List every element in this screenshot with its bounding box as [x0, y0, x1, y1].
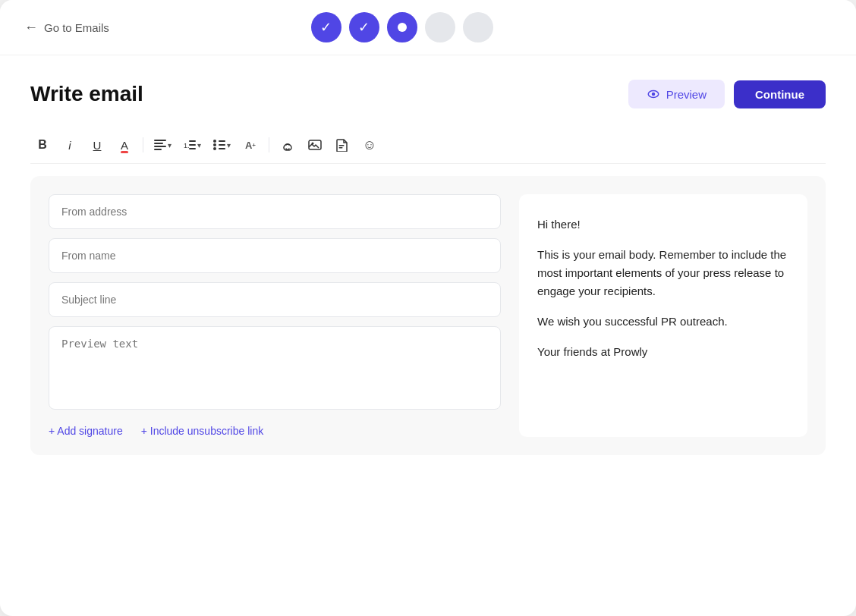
subject-line-input[interactable]	[49, 282, 501, 317]
bullet-list-icon	[213, 140, 225, 150]
header-actions: Preview Continue	[628, 80, 826, 108]
svg-rect-5	[154, 149, 162, 150]
email-closing: We wish you successful PR outreach.	[537, 313, 789, 331]
bold-button[interactable]: B	[30, 133, 55, 157]
main-content: Write email Preview Continue B i U	[0, 55, 856, 616]
step-5	[463, 12, 493, 42]
from-name-input[interactable]	[49, 238, 501, 273]
page-title: Write email	[30, 82, 143, 106]
preview-label: Preview	[666, 88, 707, 101]
email-greeting: Hi there!	[537, 215, 789, 234]
email-signature: Your friends at Prowly	[537, 343, 789, 361]
preview-text-input[interactable]	[49, 326, 501, 410]
step-3-dot	[398, 23, 407, 32]
continue-button[interactable]: Continue	[734, 80, 826, 108]
email-preview-panel: Hi there! This is your email body. Remem…	[519, 194, 807, 437]
link-button[interactable]	[275, 133, 300, 157]
underline-button[interactable]: U	[85, 133, 109, 157]
continue-label: Continue	[755, 88, 804, 101]
content-area: + Add signature + Include unsubscribe li…	[30, 176, 826, 455]
email-body: This is your email body. Remember to inc…	[537, 246, 789, 300]
svg-rect-4	[154, 146, 166, 147]
preview-button[interactable]: Preview	[628, 80, 725, 108]
header: ← Go to Emails ✓ ✓	[0, 0, 856, 55]
emoji-button[interactable]: ☺	[357, 133, 382, 157]
eye-icon	[647, 87, 660, 101]
ordered-list-icon: 1.	[184, 140, 196, 150]
image-icon	[308, 139, 322, 151]
svg-point-11	[213, 143, 216, 146]
svg-rect-3	[154, 143, 163, 144]
align-icon	[154, 140, 166, 150]
italic-button[interactable]: i	[58, 133, 82, 157]
back-label: Go to Emails	[44, 21, 109, 34]
bullet-list-dropdown[interactable]: ▾	[209, 137, 235, 153]
step-3	[387, 12, 417, 42]
image-button[interactable]	[303, 133, 327, 157]
svg-rect-2	[154, 140, 166, 141]
svg-rect-15	[219, 148, 225, 149]
svg-rect-13	[219, 140, 225, 142]
toolbar-sep-1	[143, 137, 143, 152]
link-icon	[281, 139, 294, 151]
steps-indicator: ✓ ✓	[311, 12, 493, 42]
step-2-check-icon: ✓	[358, 19, 370, 36]
toolbar-sep-2	[269, 137, 269, 152]
form-actions: + Add signature + Include unsubscribe li…	[49, 425, 501, 437]
page-header: Write email Preview Continue	[30, 80, 826, 108]
text-color-button[interactable]: A	[112, 133, 137, 157]
svg-rect-14	[219, 144, 225, 146]
svg-point-1	[651, 93, 655, 96]
app-window: ← Go to Emails ✓ ✓	[0, 0, 856, 616]
doc-button[interactable]	[330, 133, 354, 157]
font-size-button[interactable]: A+	[238, 133, 263, 157]
svg-rect-7	[189, 140, 196, 142]
svg-rect-8	[189, 144, 196, 146]
svg-rect-18	[339, 145, 345, 146]
svg-point-12	[213, 147, 216, 150]
editor-toolbar: B i U A ▾ 1.	[30, 127, 826, 164]
document-icon	[336, 138, 348, 152]
step-2: ✓	[349, 12, 379, 42]
add-signature-link[interactable]: + Add signature	[49, 425, 123, 437]
email-form: + Add signature + Include unsubscribe li…	[49, 194, 501, 437]
from-address-input[interactable]	[49, 194, 501, 229]
step-1-check-icon: ✓	[320, 19, 332, 36]
svg-point-10	[213, 140, 216, 143]
include-unsubscribe-link[interactable]: + Include unsubscribe link	[141, 425, 264, 437]
step-4	[425, 12, 455, 42]
back-arrow-icon: ←	[24, 20, 38, 36]
svg-rect-9	[189, 148, 196, 149]
align-dropdown[interactable]: ▾	[149, 137, 176, 153]
back-navigation[interactable]: ← Go to Emails	[24, 20, 109, 36]
svg-text:1.: 1.	[184, 142, 190, 149]
step-1: ✓	[311, 12, 341, 42]
svg-rect-19	[339, 147, 343, 149]
ordered-list-dropdown[interactable]: 1. ▾	[179, 137, 206, 153]
